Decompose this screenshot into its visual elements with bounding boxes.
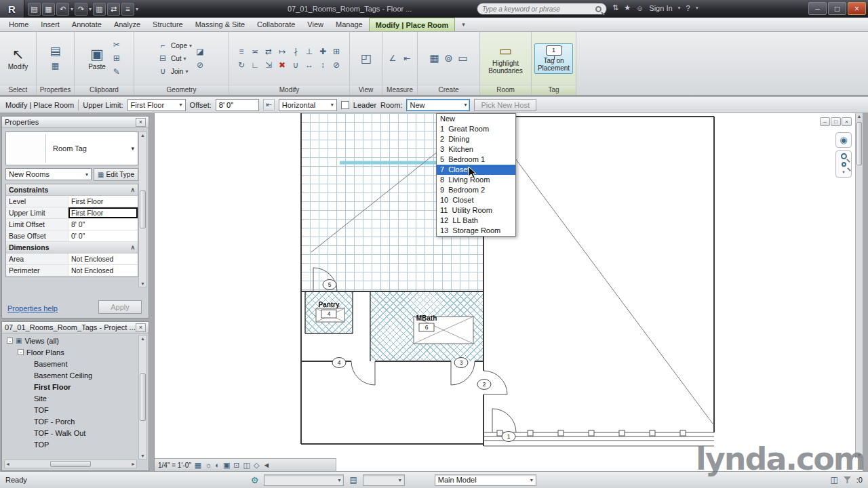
editing-requests-icon[interactable]: ▤ bbox=[349, 475, 357, 485]
save-icon[interactable]: ▦ bbox=[42, 3, 55, 16]
panel-label-measure[interactable]: Measure bbox=[382, 85, 417, 95]
join-unjoin-icon[interactable]: ∪ bbox=[290, 59, 302, 71]
scrollbar-thumb[interactable] bbox=[856, 122, 862, 165]
temporary-hide-icon[interactable]: ◫ bbox=[243, 461, 250, 470]
tree-item-tof-walk-out[interactable]: TOF - Walk Out bbox=[4, 427, 137, 439]
tab-modify-place-room[interactable]: Modify | Place Room bbox=[369, 18, 456, 31]
steering-wheel-button[interactable]: ◉ bbox=[835, 132, 852, 148]
detail-level-icon[interactable]: ▦ bbox=[195, 461, 201, 470]
panel-label-properties[interactable]: Properties bbox=[37, 85, 74, 95]
undo-chevron-icon[interactable]: ▾ bbox=[71, 6, 73, 12]
tree-item-basement[interactable]: Basement bbox=[4, 358, 137, 369]
dropdown-item-bedroom-2[interactable]: 9 Bedroom 2 bbox=[437, 185, 515, 195]
view-close-icon[interactable]: × bbox=[842, 117, 852, 126]
tree-item-top[interactable]: TOP bbox=[4, 439, 137, 450]
move-icon[interactable]: ✚ bbox=[317, 45, 329, 58]
delete-icon[interactable]: ✖ bbox=[276, 59, 288, 71]
dropdown-item-great-room[interactable]: 1 Great Room bbox=[437, 124, 515, 134]
active-design-option-combo[interactable]: Main Model ▾ bbox=[435, 474, 536, 486]
scroll-up-icon[interactable]: ▲ bbox=[140, 336, 145, 341]
redo-chevron-icon[interactable]: ▾ bbox=[89, 6, 92, 12]
cut-button[interactable]: ⊟ Cut ▾ bbox=[157, 53, 192, 64]
panel-label-modify[interactable]: Modify bbox=[229, 85, 349, 95]
scrollbar-thumb[interactable] bbox=[140, 190, 146, 228]
filter-icon[interactable] bbox=[844, 476, 851, 483]
reveal-hidden-icon[interactable]: ◇ bbox=[254, 461, 259, 470]
dropdown-item-utility-room[interactable]: 11 Utility Room bbox=[437, 205, 515, 216]
properties-palette-header[interactable]: Properties × bbox=[2, 117, 149, 128]
cope-button[interactable]: ⌐ Cope ▾ bbox=[157, 40, 192, 52]
minimize-button[interactable]: – bbox=[808, 2, 827, 15]
panel-label-clipboard[interactable]: Clipboard bbox=[75, 85, 134, 95]
worksets-icon[interactable]: ≡ bbox=[121, 3, 134, 16]
param-value[interactable]: First Floor bbox=[68, 196, 138, 207]
measure-icon[interactable]: ∠ bbox=[387, 52, 399, 64]
panel-label-room[interactable]: Room bbox=[480, 85, 531, 95]
copy-icon[interactable]: ⊞ bbox=[330, 45, 342, 58]
search-input[interactable] bbox=[482, 5, 593, 13]
user-icon[interactable]: ☺ bbox=[636, 4, 644, 12]
properties-close-icon[interactable]: × bbox=[136, 118, 146, 127]
project-browser-close-icon[interactable]: × bbox=[136, 323, 146, 332]
maximize-button[interactable]: □ bbox=[828, 2, 846, 15]
edit-type-button[interactable]: ▦ Edit Type bbox=[94, 168, 138, 181]
panel-label-create[interactable]: Create bbox=[418, 85, 479, 95]
offset-input[interactable] bbox=[216, 99, 259, 111]
tree-node-floor-plans[interactable]: - Floor Plans bbox=[4, 346, 137, 358]
project-browser-header[interactable]: 07_01_Rooms_Room_Tags - Project ... × bbox=[2, 322, 149, 333]
orientation-combo[interactable]: Horizontal ▾ bbox=[279, 99, 337, 111]
view-scale-label[interactable]: 1/4" = 1'-0" bbox=[158, 462, 191, 469]
tab-view[interactable]: View bbox=[301, 18, 330, 31]
dimension-icon[interactable]: ⇤ bbox=[401, 52, 413, 64]
panel-label-geometry[interactable]: Geometry bbox=[134, 85, 229, 95]
zoom-region-icon[interactable] bbox=[842, 162, 846, 167]
section-dimensions[interactable]: Dimensions ∧ bbox=[6, 242, 138, 253]
modify-button[interactable]: ↖ Modify bbox=[5, 44, 31, 73]
sun-path-icon[interactable]: ☼ bbox=[205, 461, 212, 469]
scale-icon[interactable]: ⇲ bbox=[262, 59, 275, 71]
sign-in-button[interactable]: Sign In bbox=[649, 4, 672, 12]
mirror-icon[interactable]: ⇄ bbox=[262, 45, 275, 58]
section-collapse-icon[interactable]: ∧ bbox=[130, 244, 135, 251]
properties-icon[interactable]: ▤ bbox=[50, 45, 62, 57]
stretch-horizontal-icon[interactable]: ↔ bbox=[303, 59, 315, 71]
type-selector-chevron-icon[interactable]: ▾ bbox=[131, 145, 138, 152]
search-icon[interactable] bbox=[595, 6, 601, 12]
copy-to-clipboard-icon[interactable]: ⊞ bbox=[111, 52, 123, 64]
undo-icon[interactable]: ↶ bbox=[56, 3, 69, 16]
create-similar-icon[interactable]: ⊚ bbox=[443, 52, 455, 64]
filter-combo[interactable]: New Rooms ▾ bbox=[5, 168, 92, 180]
create-assembly-icon[interactable]: ▭ bbox=[457, 52, 469, 64]
print-icon[interactable]: ▥ bbox=[93, 3, 106, 16]
param-value-editing[interactable]: First Floor bbox=[68, 207, 138, 218]
scrollbar-thumb[interactable] bbox=[140, 373, 146, 421]
tag-on-placement-button[interactable]: 1 Tag on Placement bbox=[534, 43, 573, 74]
shadows-icon[interactable]: ◐ bbox=[215, 461, 220, 469]
split-icon[interactable]: ∤ bbox=[290, 45, 302, 58]
zoom-tools[interactable]: ▾ bbox=[835, 150, 852, 178]
collapse-icon[interactable]: - bbox=[18, 349, 24, 355]
tree-item-tof-porch[interactable]: TOF - Porch bbox=[4, 415, 137, 427]
browser-horizontal-scrollbar[interactable]: ◄ ► bbox=[4, 460, 137, 468]
properties-scrollbar[interactable]: ▲ ▼ bbox=[138, 131, 147, 287]
scroll-down-icon[interactable]: ▼ bbox=[140, 453, 145, 458]
scroll-up-icon[interactable]: ▲ bbox=[857, 114, 862, 119]
crop-view-icon[interactable]: ▣ bbox=[223, 461, 230, 470]
tree-node-views-all[interactable]: - ▣ Views (all) bbox=[4, 335, 137, 346]
redo-icon[interactable]: ↷ bbox=[75, 3, 87, 16]
scrollbar-thumb[interactable] bbox=[50, 461, 91, 467]
tab-insert[interactable]: Insert bbox=[35, 18, 66, 31]
type-properties-icon[interactable]: ▦ bbox=[50, 60, 62, 72]
apply-button[interactable]: Apply bbox=[98, 300, 142, 314]
ribbon-state-chevron-icon[interactable]: ▾ bbox=[458, 18, 469, 31]
help-icon[interactable]: ? bbox=[686, 4, 690, 12]
dropdown-item-bedroom-1[interactable]: 5 Bedroom 1 bbox=[437, 155, 515, 165]
help-chevron-icon[interactable]: ▾ bbox=[696, 5, 698, 11]
dropdown-item-kitchen[interactable]: 3 Kitchen bbox=[437, 144, 515, 155]
tab-annotate[interactable]: Annotate bbox=[66, 18, 108, 31]
tree-item-first-floor[interactable]: First Floor bbox=[4, 381, 137, 392]
dropdown-item-new[interactable]: New bbox=[437, 114, 515, 124]
demolish-icon[interactable]: ⊘ bbox=[194, 59, 206, 71]
create-group-icon[interactable]: ▦ bbox=[429, 52, 441, 64]
browser-scrollbar[interactable]: ▲ ▼ bbox=[138, 335, 147, 460]
